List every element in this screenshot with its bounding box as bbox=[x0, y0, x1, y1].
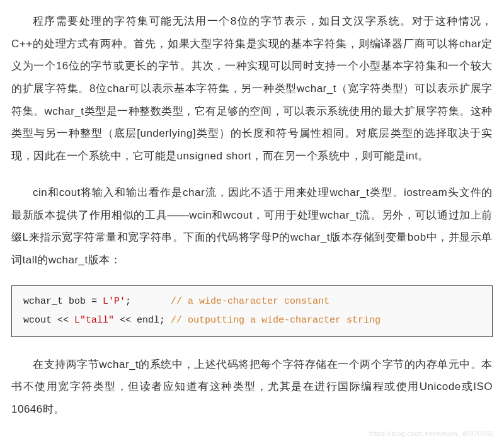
code-block: wchar_t bob = L'P'; // a wide-character … bbox=[11, 285, 493, 337]
paragraph-2: cin和cout将输入和输出看作是char流，因此不适于用来处理wchar_t类… bbox=[11, 181, 493, 272]
code-literal: L'P' bbox=[103, 296, 125, 307]
code-text: wchar_t bob = bbox=[23, 296, 103, 307]
code-comment: // outputting a wide-character string bbox=[171, 315, 381, 326]
code-literal: L"tall" bbox=[74, 315, 114, 326]
code-line-1: wchar_t bob = L'P'; // a wide-character … bbox=[23, 296, 329, 307]
code-text: ; bbox=[125, 296, 171, 307]
code-comment: // a wide-character constant bbox=[171, 296, 329, 307]
code-text: wcout << bbox=[23, 315, 74, 326]
watermark: https://blog.csdn.net/weixin_45970592 bbox=[369, 427, 494, 441]
paragraph-1: 程序需要处理的字符集可能无法用一个8位的字节表示，如日文汉字系统。对于这种情况，… bbox=[11, 10, 493, 168]
code-line-2: wcout << L"tall" << endl; // outputting … bbox=[23, 315, 381, 326]
paragraph-3: 在支持两字节wchar_t的系统中，上述代码将把每个字符存储在一个两个字节的内存… bbox=[11, 353, 493, 421]
code-text: << endl; bbox=[114, 315, 171, 326]
